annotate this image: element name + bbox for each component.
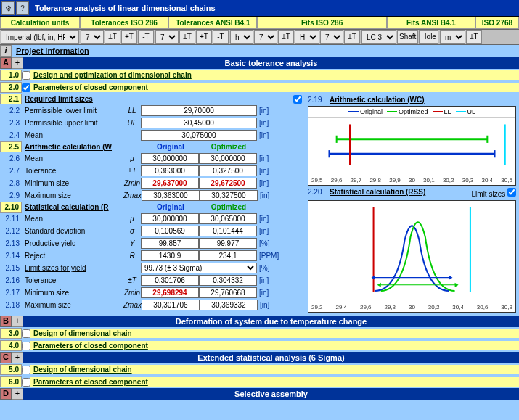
btn-pmT-1[interactable]: ±T: [105, 30, 120, 44]
app-icon[interactable]: ⚙: [1, 1, 15, 15]
val-ll[interactable]: 29,70000: [141, 105, 257, 116]
row-symbol: ±T: [123, 167, 141, 175]
section-tab-C[interactable]: C: [0, 352, 12, 363]
btn-pmT-2[interactable]: ±T: [179, 30, 195, 44]
grp-calc-units: Calculation units: [0, 17, 80, 29]
row-unit: [PPM]: [257, 251, 281, 260]
row-2-2: 2.2 Permissible lower limit LL 29,70000 …: [0, 104, 305, 117]
val-opt: 30,327500: [200, 190, 258, 201]
row-label: Permissible lower limit: [22, 106, 123, 115]
row-symbol: Zmax: [123, 301, 142, 309]
row-label[interactable]: Parameters of closed component: [30, 341, 519, 350]
chart-rss-svg: [308, 201, 515, 302]
sel-h[interactable]: h: [230, 30, 253, 44]
row-2-0: 2.0 Parameters of closed component: [0, 81, 519, 94]
limit-sizes-label: Limit sizes: [472, 188, 516, 198]
chart-wc-svg: [308, 118, 515, 176]
grp-tol-iso286: Tolerances ISO 286: [80, 17, 168, 29]
btn-hole[interactable]: Hole: [419, 30, 438, 44]
section-tab-B[interactable]: B: [0, 316, 12, 327]
project-info-label[interactable]: Project information: [12, 45, 94, 57]
btn-pT-1[interactable]: +T: [121, 30, 137, 44]
row-symbol: Y: [123, 239, 141, 247]
section-tab-A[interactable]: A: [0, 57, 12, 69]
row-label[interactable]: Design of dimensional chain: [30, 365, 519, 374]
row-2-7: 2.7Tolerance±T0,3630000,327500[in]: [0, 165, 305, 177]
right-column: 2.19 Arithmetic calculation (WC) Origina…: [305, 94, 519, 316]
btn-pmT-5[interactable]: ±T: [466, 30, 482, 44]
expand-D[interactable]: +: [12, 388, 23, 400]
row-label: Maximum size: [22, 191, 123, 200]
row-num: 2.16: [0, 276, 22, 285]
val-mean: 30,075000: [141, 130, 257, 141]
sel-m[interactable]: m: [440, 30, 465, 44]
val-orig: 0,363000: [141, 165, 199, 176]
expand-B[interactable]: +: [12, 316, 23, 327]
btn-pT-2[interactable]: +T: [196, 30, 212, 44]
chk-limit-sizes[interactable]: [507, 188, 516, 197]
row-label: Mean: [22, 131, 123, 140]
help-icon[interactable]: ?: [16, 1, 29, 15]
btn-mT-2[interactable]: -T: [213, 30, 229, 44]
row-num: 4.0: [0, 340, 22, 351]
val-orig: 0,301706: [141, 275, 199, 286]
chk-2-0[interactable]: [22, 83, 30, 92]
sel-H[interactable]: H: [295, 30, 319, 44]
btn-pmT-4[interactable]: ±T: [344, 30, 360, 44]
row-label: Statistical calculation (R: [22, 202, 142, 212]
section-D-title: Selective assembly: [23, 388, 519, 400]
row-label: Permissible upper limit: [22, 118, 123, 128]
grp-fits-iso286: Fits ISO 286: [257, 17, 386, 29]
row-label: Tolerance: [22, 276, 123, 285]
toolbar-controls: Imperial (lbf, in, HP...) 7±T+T-T 7±T+T-…: [0, 30, 519, 45]
row-3-0: 3.0Design of dimensional chain: [0, 327, 519, 339]
btn-pmT-3[interactable]: ±T: [278, 30, 294, 44]
sel-7d[interactable]: 7: [320, 30, 343, 44]
chk-2-1[interactable]: [293, 95, 302, 104]
row-label[interactable]: Parameters of closed component: [30, 83, 519, 92]
expand-A[interactable]: +: [12, 57, 23, 69]
row-label: Mean: [22, 214, 123, 223]
sel-sigma[interactable]: 99.73 (± 3 Sigma): [141, 263, 257, 273]
col-original: Original: [142, 143, 200, 151]
row-label[interactable]: Limit sizes for yield: [22, 263, 123, 273]
row-num: 2.11: [0, 214, 22, 223]
val-opt: 29,672500: [199, 178, 257, 189]
row-num: 2.13: [0, 239, 22, 248]
row-2-5: 2.5 Arithmetic calculation (W Original O…: [0, 141, 305, 152]
chk-4-0[interactable]: [22, 342, 30, 350]
btn-mT-1[interactable]: -T: [138, 30, 154, 44]
chk-5-0[interactable]: [22, 366, 30, 374]
section-tab-D[interactable]: D: [0, 388, 12, 400]
row-label[interactable]: Design and optimization of dimensional c…: [30, 70, 519, 80]
val-orig: 30,000000: [141, 213, 199, 224]
row-5-0: 5.0Design of dimensional chain: [0, 363, 519, 376]
units-select[interactable]: Imperial (lbf, in, HP...): [1, 30, 79, 44]
chk-3-0[interactable]: [22, 329, 30, 338]
row-6-0: 6.0Parameters of closed component: [0, 376, 519, 388]
chk-6-0[interactable]: [22, 378, 30, 387]
row-symbol: σ: [123, 227, 141, 235]
row-symbol: μ: [123, 155, 141, 162]
val-opt: 0,101444: [199, 226, 257, 236]
row-2-3: 2.3 Permissible upper limit UL 30,45000 …: [0, 117, 305, 129]
sel-lc3[interactable]: LC 3: [361, 30, 396, 44]
sel-7b[interactable]: 7: [155, 30, 179, 44]
row-unit: [in]: [257, 214, 277, 223]
btn-shaft[interactable]: Shaft: [397, 30, 418, 44]
row-num: 2.6: [0, 154, 22, 163]
val-ul[interactable]: 30,45000: [141, 118, 257, 128]
row-label[interactable]: Parameters of closed component: [30, 377, 519, 387]
row-label: Standard deviation: [22, 226, 123, 236]
row-num: 2.3: [0, 118, 22, 128]
row-label[interactable]: Design of dimensional chain: [30, 329, 519, 338]
row-num: 3.0: [0, 328, 22, 339]
info-icon[interactable]: i: [0, 45, 12, 57]
val-orig: 30,301706: [142, 300, 200, 310]
col-optimized: Optimized: [200, 143, 258, 151]
expand-C[interactable]: +: [12, 352, 23, 363]
chk-1-0[interactable]: [22, 71, 30, 80]
sel-7c[interactable]: 7: [254, 30, 277, 44]
val-orig: 29,637000: [141, 178, 199, 189]
sel-7a[interactable]: 7: [81, 30, 104, 44]
